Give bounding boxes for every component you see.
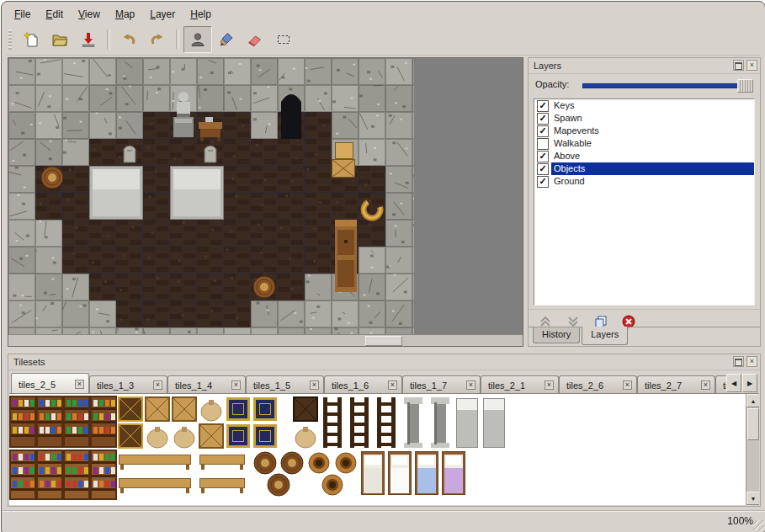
layer-visibility-checkbox[interactable]: ✓ xyxy=(537,100,549,112)
redo-button[interactable] xyxy=(143,26,172,53)
menu-map[interactable]: Map xyxy=(108,7,142,22)
close-tab-icon[interactable]: × xyxy=(310,380,319,390)
entity-tool-icon xyxy=(189,31,206,48)
tab-history[interactable]: History xyxy=(533,327,580,343)
menubar: File Edit View Map Layer Help xyxy=(7,6,760,23)
undo-button[interactable] xyxy=(114,26,143,53)
float-panel-icon[interactable] xyxy=(733,60,744,71)
toolbar-handle[interactable] xyxy=(8,29,12,50)
select-tool-icon xyxy=(275,31,292,48)
close-tab-icon[interactable]: × xyxy=(545,380,554,390)
opacity-label: Opacity: xyxy=(535,79,569,89)
menu-edit[interactable]: Edit xyxy=(38,7,71,22)
layer-name[interactable]: Keys xyxy=(551,99,754,112)
resize-grip[interactable] xyxy=(753,520,763,530)
layer-visibility-checkbox[interactable]: ✓ xyxy=(537,151,549,162)
toolbar-separator xyxy=(107,29,110,50)
undo-icon xyxy=(120,31,137,48)
map-horizontal-scrollbar[interactable] xyxy=(8,334,523,346)
close-tab-icon[interactable]: × xyxy=(231,380,241,390)
layer-name[interactable]: Above xyxy=(551,150,754,162)
opacity-slider[interactable] xyxy=(582,79,753,91)
save-button[interactable] xyxy=(74,26,103,53)
brush-tool-button[interactable] xyxy=(212,26,241,53)
zoom-level: 100% xyxy=(727,515,753,527)
tileset-view: ▲ ▼ xyxy=(9,393,759,505)
layer-list: ✓ Keys ✓ Spawn ✓ Mapevents Walkable ✓ Ab… xyxy=(534,98,755,306)
layer-row[interactable]: ✓ Keys xyxy=(534,99,754,112)
layer-row[interactable]: ✓ Above xyxy=(534,150,754,162)
menu-view[interactable]: View xyxy=(71,7,108,22)
layer-visibility-checkbox[interactable]: ✓ xyxy=(537,176,549,188)
layer-visibility-checkbox[interactable]: ✓ xyxy=(537,163,549,175)
tileset-vertical-scrollbar[interactable]: ▲ ▼ xyxy=(746,394,759,505)
close-tab-icon[interactable]: × xyxy=(466,380,475,390)
toolbar xyxy=(7,24,760,56)
menu-layer[interactable]: Layer xyxy=(142,7,183,22)
menu-help[interactable]: Help xyxy=(183,7,219,22)
open-file-icon xyxy=(51,31,68,48)
layer-visibility-checkbox[interactable]: ✓ xyxy=(537,125,549,137)
tileset-tab[interactable]: tiles_1_4 × xyxy=(167,375,246,393)
map-view xyxy=(8,57,523,347)
layer-name[interactable]: Objects xyxy=(551,162,754,175)
tileset-tab[interactable]: tiles_1_3 × xyxy=(89,375,167,393)
layers-panel-title-text: Layers xyxy=(534,61,561,71)
brush-tool-icon xyxy=(218,31,235,48)
close-tab-icon[interactable]: × xyxy=(388,380,397,390)
tileset-tab[interactable]: tiles_1_5 × xyxy=(246,375,324,393)
tileset-tab[interactable]: tiles_1_7 × xyxy=(402,375,481,393)
scroll-down-button[interactable]: ▼ xyxy=(746,492,759,505)
close-tab-icon[interactable]: × xyxy=(153,380,162,390)
layers-panel-title: Layers × xyxy=(529,58,760,74)
application-window: File Edit View Map Layer Help xyxy=(1,1,765,532)
scroll-up-button[interactable]: ▲ xyxy=(746,394,759,407)
eraser-tool-icon xyxy=(247,31,263,48)
layer-visibility-checkbox[interactable] xyxy=(537,138,549,150)
close-panel-icon[interactable]: × xyxy=(746,60,757,71)
layer-name[interactable]: Walkable xyxy=(551,137,754,150)
scrollbar-thumb[interactable] xyxy=(365,336,402,346)
tileset-tab[interactable]: tiles_2_5 × xyxy=(11,373,89,393)
scrollbar-thumb[interactable] xyxy=(747,408,759,440)
map-canvas[interactable] xyxy=(8,58,414,336)
layer-name[interactable]: Spawn xyxy=(551,112,754,125)
tileset-tab[interactable]: tiles_2_1 × xyxy=(481,375,559,393)
layers-panel: Layers × Opacity: ✓ Keys ✓ Spawn ✓ xyxy=(528,57,761,347)
opacity-row: Opacity: xyxy=(529,75,760,95)
toolbar-separator xyxy=(176,29,179,50)
close-tab-icon[interactable]: × xyxy=(75,380,84,389)
entity-tool-button[interactable] xyxy=(183,26,212,53)
select-tool-button[interactable] xyxy=(269,26,298,53)
tileset-tab[interactable]: tiles_1_6 × xyxy=(324,375,402,393)
slider-handle[interactable] xyxy=(737,79,753,93)
layer-row-selected[interactable]: ✓ Objects xyxy=(534,162,754,175)
menu-file[interactable]: File xyxy=(7,7,38,22)
float-panel-icon[interactable] xyxy=(733,356,744,367)
tileset-tab[interactable]: tiles_2_7 × xyxy=(637,375,715,393)
layer-name[interactable]: Ground xyxy=(551,175,754,188)
scroll-tabs-right-button[interactable]: ▶ xyxy=(742,374,757,392)
eraser-tool-button[interactable] xyxy=(241,26,269,53)
new-file-button[interactable] xyxy=(17,26,45,53)
scroll-tabs-left-button[interactable]: ◀ xyxy=(726,374,741,392)
slider-groove xyxy=(582,83,753,88)
layer-visibility-checkbox[interactable]: ✓ xyxy=(537,113,549,125)
tileset-tab[interactable]: tiles_2_6 × xyxy=(559,375,637,393)
close-tab-icon[interactable]: × xyxy=(701,380,710,390)
tab-layers[interactable]: Layers xyxy=(582,327,628,345)
statusbar: 100% xyxy=(2,510,765,532)
layer-row[interactable]: Walkable xyxy=(534,137,754,150)
open-file-button[interactable] xyxy=(45,26,74,53)
tilesets-panel: Tilesets × tiles_2_5 × tiles_1_3 × tiles… xyxy=(8,354,761,507)
layer-name[interactable]: Mapevents xyxy=(551,125,754,137)
close-tab-icon[interactable]: × xyxy=(623,380,632,390)
close-panel-icon[interactable]: × xyxy=(746,356,757,367)
layer-row[interactable]: ✓ Spawn xyxy=(534,112,754,125)
tileset-tabbar: tiles_2_5 × tiles_1_3 × tiles_1_4 × tile… xyxy=(8,370,760,393)
layer-row[interactable]: ✓ Mapevents xyxy=(534,125,754,137)
tilesets-panel-title: Tilesets × xyxy=(8,354,760,370)
tileset-canvas[interactable] xyxy=(9,396,746,503)
layer-row[interactable]: ✓ Ground xyxy=(534,175,754,188)
redo-icon xyxy=(149,31,166,48)
